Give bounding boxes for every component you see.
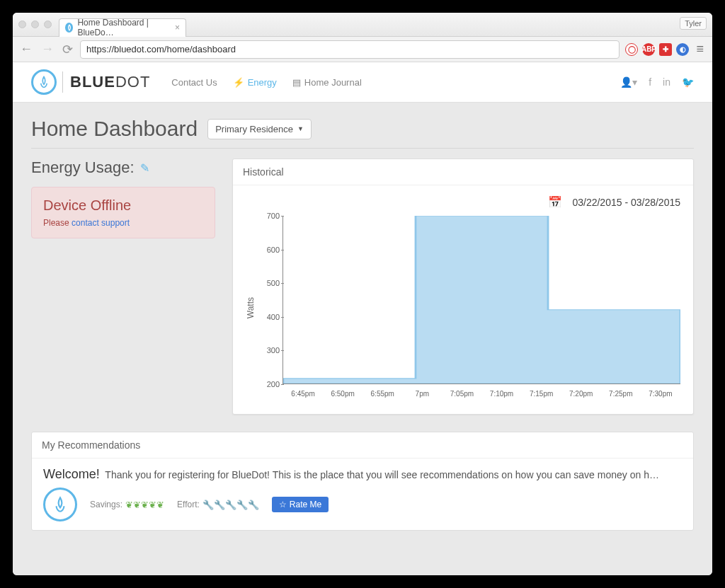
leaf-icon: ❦ <box>141 500 149 510</box>
effort-metric: Effort: 🔧🔧🔧🔧🔧 <box>177 500 259 510</box>
window-titlebar: Home Dashboard | BlueDo… × Tyler <box>13 13 712 37</box>
y-axis-label: Watts <box>246 297 256 318</box>
y-tick: 300 <box>267 346 280 354</box>
wrench-icon: 🔧 <box>214 500 225 510</box>
extension-icon[interactable]: ◐ <box>676 43 689 56</box>
x-tick: 7:10pm <box>481 390 521 398</box>
close-window-icon[interactable] <box>18 21 26 28</box>
x-tick: 7pm <box>402 390 442 398</box>
y-tick: 200 <box>267 380 280 388</box>
user-menu-icon[interactable]: 👤▾ <box>620 76 637 88</box>
y-tick: 400 <box>267 313 280 321</box>
y-tick: 700 <box>267 212 280 220</box>
alert-text: Please contact support <box>43 218 203 228</box>
welcome-text: Welcome! Thank you for registering for B… <box>43 467 682 482</box>
reload-button[interactable]: ⟳ <box>61 42 74 57</box>
brand-name: BLUEDOT <box>70 73 150 91</box>
panel-title: Historical <box>233 159 693 185</box>
x-tick: 7:15pm <box>522 390 561 398</box>
leaf-icon: ❦ <box>133 500 141 510</box>
tab-title: Home Dashboard | BlueDo… <box>77 18 167 38</box>
nav-journal[interactable]: ▤Home Journal <box>292 77 362 88</box>
back-button[interactable]: ← <box>18 42 34 57</box>
alert-title: Device Offline <box>43 197 203 214</box>
leaf-icon: ❦ <box>149 500 156 510</box>
calendar-icon[interactable]: 📅 <box>548 195 562 209</box>
x-tick: 7:20pm <box>561 390 601 398</box>
date-range[interactable]: 03/22/2015 - 03/28/2015 <box>572 197 680 208</box>
residence-selector[interactable]: Primary Residence ▼ <box>207 119 312 139</box>
star-icon: ☆ <box>279 500 287 509</box>
nav-contact[interactable]: Contact Us <box>171 77 217 88</box>
journal-icon: ▤ <box>292 77 301 88</box>
rate-button[interactable]: ☆ Rate Me <box>272 497 329 512</box>
page-title: Home Dashboard <box>31 117 198 141</box>
favicon-icon <box>65 23 73 33</box>
y-tick: 500 <box>267 279 280 287</box>
facebook-icon[interactable]: f <box>649 76 651 88</box>
site-navbar: BLUEDOT Contact Us ⚡Energy ▤Home Journal… <box>13 62 712 103</box>
extension-icon[interactable]: ◯ <box>625 43 638 56</box>
leaf-icon: ❦ <box>156 500 164 510</box>
wrench-icon: 🔧 <box>202 500 214 510</box>
browser-menu-icon[interactable]: ≡ <box>693 42 707 57</box>
extension-icons: ◯ ABP ✚ ◐ ≡ <box>625 42 707 57</box>
device-offline-alert: Device Offline Please contact support <box>31 187 215 238</box>
wrench-icon: 🔧 <box>225 500 236 510</box>
recommendations-panel: My Recommendations Welcome! Thank you fo… <box>31 432 694 531</box>
wrench-icon: 🔧 <box>236 500 248 510</box>
forward-button[interactable]: → <box>40 42 55 57</box>
maximize-window-icon[interactable] <box>44 21 52 28</box>
twitter-icon[interactable]: 🐦 <box>682 76 694 88</box>
historical-panel: Historical 📅 03/22/2015 - 03/28/2015 Wat… <box>232 158 694 415</box>
chevron-down-icon: ▼ <box>297 125 304 132</box>
x-tick: 7:30pm <box>641 390 680 398</box>
savings-metric: Savings: ❦❦❦❦❦ <box>90 500 164 510</box>
x-tick: 6:50pm <box>323 390 362 398</box>
energy-chart: Watts 200300400500600700 6:45pm6:50pm6:5… <box>246 216 680 400</box>
x-tick: 7:25pm <box>601 390 641 398</box>
x-tick: 6:55pm <box>362 390 402 398</box>
logo-icon <box>31 69 57 95</box>
url-input[interactable] <box>80 40 620 59</box>
x-tick: 7:05pm <box>442 390 481 398</box>
extension-icon[interactable]: ABP <box>642 43 655 56</box>
panel-title: My Recommendations <box>32 432 693 459</box>
minimize-window-icon[interactable] <box>31 21 39 28</box>
leaf-icon: ❦ <box>125 500 133 510</box>
wrench-icon: 🔧 <box>248 500 259 510</box>
energy-usage-heading: Energy Usage: ✎ <box>31 158 215 177</box>
profile-badge[interactable]: Tyler <box>680 17 707 30</box>
window-controls[interactable] <box>18 21 52 28</box>
y-tick: 600 <box>267 246 280 254</box>
browser-tab[interactable]: Home Dashboard | BlueDo… × <box>59 18 186 37</box>
bolt-icon: ⚡ <box>233 77 244 88</box>
close-tab-icon[interactable]: × <box>175 23 180 33</box>
contact-support-link[interactable]: contact support <box>72 218 130 228</box>
nav-energy[interactable]: ⚡Energy <box>233 77 277 88</box>
extension-icon[interactable]: ✚ <box>659 43 672 56</box>
address-bar: ← → ⟳ ◯ ABP ✚ ◐ ≡ <box>13 37 712 62</box>
brand-logo[interactable]: BLUEDOT <box>31 69 150 95</box>
edit-icon[interactable]: ✎ <box>140 161 149 175</box>
linkedin-icon[interactable]: in <box>663 76 670 88</box>
recommendation-icon <box>43 488 77 521</box>
x-tick: 6:45pm <box>283 390 323 398</box>
